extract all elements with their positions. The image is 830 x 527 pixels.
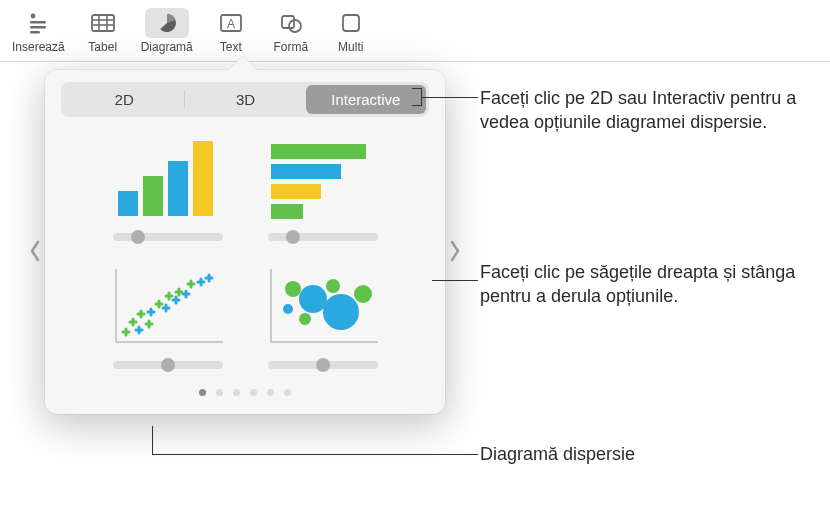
chart-slider[interactable] — [113, 233, 223, 241]
tab-interactive[interactable]: Interactive — [306, 85, 426, 114]
svg-rect-3 — [30, 31, 40, 34]
svg-point-0 — [31, 13, 36, 18]
svg-point-62 — [354, 285, 372, 303]
text-icon: A — [218, 12, 244, 34]
callout-scatter: Diagramă dispersie — [480, 442, 810, 466]
shape-icon — [278, 12, 304, 34]
chart-popover: 2D 3D Interactive — [45, 70, 445, 414]
chart-type-tabs: 2D 3D Interactive — [61, 82, 429, 117]
svg-text:A: A — [227, 17, 235, 31]
svg-rect-16 — [143, 176, 163, 216]
chart-slider[interactable] — [113, 361, 223, 369]
toolbar-label: Formă — [273, 40, 308, 54]
toolbar-table[interactable]: Tabel — [73, 4, 133, 58]
svg-rect-21 — [271, 184, 321, 199]
chart-option-scatter[interactable] — [95, 261, 240, 369]
chart-option-hbar[interactable] — [250, 133, 395, 241]
svg-point-63 — [283, 304, 293, 314]
svg-rect-2 — [30, 26, 46, 29]
toolbar-chart[interactable]: Diagramă — [133, 4, 201, 58]
svg-point-59 — [299, 313, 311, 325]
toolbar-label: Multi — [338, 40, 363, 54]
svg-rect-4 — [92, 15, 114, 31]
media-icon — [340, 12, 362, 34]
callout-line — [432, 280, 478, 281]
page-indicator — [55, 389, 435, 396]
chart-option-bubble[interactable] — [250, 261, 395, 369]
page-dot[interactable] — [250, 389, 257, 396]
svg-point-58 — [299, 285, 327, 313]
toolbar-insert[interactable]: Inserează — [4, 4, 73, 58]
page-dot[interactable] — [233, 389, 240, 396]
svg-point-61 — [323, 294, 359, 330]
callout-line — [422, 97, 478, 98]
toolbar-label: Tabel — [88, 40, 117, 54]
svg-point-57 — [285, 281, 301, 297]
callout-bracket — [412, 88, 422, 106]
svg-point-60 — [326, 279, 340, 293]
app-toolbar: Inserează Tabel Diagramă A Text Formă Mu… — [0, 0, 830, 62]
svg-rect-22 — [271, 204, 303, 219]
svg-rect-19 — [271, 144, 366, 159]
toolbar-label: Text — [220, 40, 242, 54]
callout-arrows: Faceți clic pe săgețile dreapta și stâng… — [480, 260, 810, 309]
callout-line — [152, 454, 478, 455]
svg-rect-14 — [343, 15, 359, 31]
page-dot[interactable] — [267, 389, 274, 396]
next-arrow[interactable] — [443, 231, 467, 271]
svg-rect-1 — [30, 21, 46, 24]
table-icon — [90, 12, 116, 34]
bar-chart-icon — [103, 133, 233, 223]
toolbar-label: Inserează — [12, 40, 65, 54]
tab-2d[interactable]: 2D — [64, 85, 184, 114]
toolbar-media[interactable]: Multi — [321, 4, 381, 58]
scatter-chart-icon — [103, 261, 233, 351]
toolbar-text[interactable]: A Text — [201, 4, 261, 58]
svg-rect-15 — [118, 191, 138, 216]
page-dot[interactable] — [216, 389, 223, 396]
tab-3d[interactable]: 3D — [185, 85, 305, 114]
prev-arrow[interactable] — [23, 231, 47, 271]
callout-line — [152, 426, 153, 454]
chart-slider[interactable] — [268, 233, 378, 241]
chart-options-grid — [55, 133, 435, 369]
toolbar-shape[interactable]: Formă — [261, 4, 321, 58]
chart-icon — [155, 11, 179, 35]
hbar-chart-icon — [258, 133, 388, 223]
svg-rect-18 — [193, 141, 213, 216]
bubble-chart-icon — [258, 261, 388, 351]
svg-rect-12 — [282, 16, 294, 28]
svg-point-13 — [289, 20, 301, 32]
page-dot[interactable] — [284, 389, 291, 396]
insert-icon — [26, 12, 50, 34]
svg-rect-17 — [168, 161, 188, 216]
svg-rect-20 — [271, 164, 341, 179]
toolbar-label: Diagramă — [141, 40, 193, 54]
page-dot[interactable] — [199, 389, 206, 396]
chart-slider[interactable] — [268, 361, 378, 369]
callout-tabs: Faceți clic pe 2D sau Interactiv pentru … — [480, 86, 810, 135]
chart-option-bar[interactable] — [95, 133, 240, 241]
